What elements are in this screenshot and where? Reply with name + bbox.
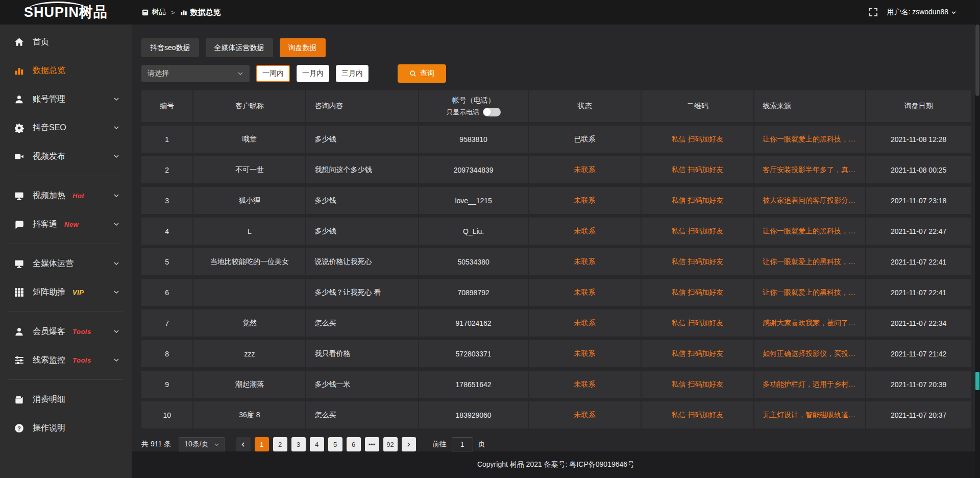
cell-source-link[interactable]: 无主灯设计，智能磁吸轨道灯... [763,411,860,420]
page-button-5[interactable]: 5 [328,437,342,451]
cell-qr-link[interactable]: 私信 扫码加好友 [671,411,723,420]
table-cell: 已联系 [529,126,642,153]
goto-page-input[interactable] [452,437,473,451]
tab-3[interactable]: 询盘数据 [280,38,326,57]
select-placeholder: 请选择 [148,69,169,78]
cell-source-link[interactable]: 让你一眼就爱上的黑科技，能... [763,257,860,267]
cell-qr-link[interactable]: 私信 扫码加好友 [671,319,723,328]
bar-chart-icon [180,9,187,16]
cell-source-link[interactable]: 让你一眼就爱上的黑科技，能... [763,227,860,236]
goto-page-suffix: 页 [478,440,485,449]
sidebar-item-label: 视频发布 [33,151,65,162]
page-button-2[interactable]: 2 [273,437,287,451]
cell-qr-link[interactable]: 私信 扫码加好友 [671,196,723,205]
page-button-6[interactable]: 6 [347,437,361,451]
sidebar-item-3[interactable]: 账号管理 [0,85,132,113]
period-button-1[interactable]: 一周内 [256,65,290,82]
cell-qr-link[interactable]: 私信 扫码加好友 [671,165,723,175]
tab-1[interactable]: 抖音seo数据 [141,38,199,57]
page-button-3[interactable]: 3 [291,437,306,451]
cell-source-link[interactable]: 让你一眼就爱上的黑科技，能... [763,135,860,144]
cell-date: 2021-11-07 22:41 [891,258,947,266]
cell-source-link[interactable]: 多功能护栏灯，适用于乡村文... [763,380,860,389]
cell-qr-link[interactable]: 私信 扫码加好友 [671,227,723,236]
chevron-down-icon [113,289,119,295]
table-cell: zzz [193,340,306,367]
total-count: 共 911 条 [141,440,171,449]
sidebar-item-10[interactable]: 全媒体运营 [0,249,132,278]
sidebar-item-label: 抖音SEO [33,123,66,133]
table-cell: 未联系 [529,340,642,367]
chevron-down-icon [113,221,119,227]
search-button[interactable]: 查询 [398,64,446,83]
cell-source-link[interactable]: 让你一眼就爱上的黑科技，能... [763,288,860,297]
sidebar-item-4[interactable]: 抖音SEO [0,113,132,142]
prev-page-button[interactable] [236,437,251,451]
cell-qr-link[interactable]: 私信 扫码加好友 [671,257,723,267]
cell-qr-link[interactable]: 私信 扫码加好友 [671,135,723,144]
chat-icon [14,220,24,229]
table-cell: 多少钱一米 [306,371,419,398]
breadcrumb-current[interactable]: 数据总览 [180,8,221,17]
table-cell: 未联系 [529,218,642,245]
gear-icon [14,123,24,133]
sidebar-item-14[interactable]: 线索监控Tools [0,346,132,374]
column-header: 帐号（电话）只显示电话 [419,90,529,122]
page-scrollbar[interactable] [975,0,980,478]
period-button-2[interactable]: 一月内 [297,65,329,82]
table-row: 8zzz我只看价格572803371未联系私信 扫码加好友如何正确选择投影仪，买… [141,340,971,367]
period-button-3[interactable]: 三月内 [336,65,369,82]
breadcrumb-root[interactable]: 树品 [142,8,166,17]
sidebar-item-2[interactable]: 数据总览 [0,56,132,85]
cell-nickname: zzz [244,350,255,358]
column-header: 状态 [529,90,642,122]
sidebar-item-16[interactable]: 消费明细 [0,385,132,414]
page-size-select[interactable]: 10条/页 [179,437,225,451]
table-cell: 哦章 [193,126,306,153]
sidebar-item-11[interactable]: 矩阵助推VIP [0,278,132,306]
table-cell: 7 [141,309,193,337]
cell-account: love__1215 [455,197,492,205]
page-button-1[interactable]: 1 [255,437,269,451]
chevron-down-icon [113,125,119,131]
cell-date: 2021-11-07 22:47 [891,227,947,235]
fullscreen-icon[interactable] [869,8,877,16]
column-header: 二维码 [642,90,754,122]
cell-nickname: 狐小狸 [239,196,260,205]
table-cell: 4 [141,218,193,245]
cell-qr-link[interactable]: 私信 扫码加好友 [671,380,723,389]
cell-date: 2021-11-07 20:39 [891,380,947,389]
sidebar-item-13[interactable]: 会员爆客Tools [0,317,132,346]
sidebar-item-5[interactable]: 视频发布 [0,142,132,171]
user-menu[interactable]: 用户名: zswodun88 [887,8,957,17]
next-page-button[interactable] [402,437,416,451]
sidebar-item-7[interactable]: 视频加热Hot [0,181,132,210]
cell-source-link[interactable]: 客厅安装投影半年多了，真实... [763,165,860,175]
page-button-•••[interactable]: ••• [365,437,379,451]
table-cell: 2021-11-08 12:28 [866,126,971,153]
page-button-4[interactable]: 4 [310,437,324,451]
page-button-92[interactable]: 92 [383,437,398,451]
cell-number: 5 [165,258,169,266]
column-header-label: 帐号（电话） [452,96,495,105]
cell-nickname: L [248,227,252,235]
tab-2[interactable]: 全媒体运营数据 [206,38,273,57]
column-header: 客户昵称 [193,90,306,122]
sidebar-item-8[interactable]: 抖客通New [0,210,132,238]
app-window: SHUPIN树品 树品 > 数据总览 用户名: zswodun88 首页数据总览… [0,0,980,478]
table-cell: 183929060 [419,401,529,428]
cell-source-link[interactable]: 如何正确选择投影仪，买投影... [763,349,860,358]
table-cell: 1 [141,126,193,153]
sidebar-item-17[interactable]: ?操作说明 [0,414,132,442]
phone-toggle[interactable] [483,108,501,116]
cell-source-link[interactable]: 感谢大家喜欢我家，被问了好... [763,319,860,328]
table-cell: 让你一眼就爱上的黑科技，能... [754,279,866,306]
cell-qr-link[interactable]: 私信 扫码加好友 [671,288,723,297]
sidebar-item-1[interactable]: 首页 [0,28,132,56]
account-select[interactable]: 请选择 [141,65,250,82]
cell-source-link[interactable]: 被大家追着问的客厅投影分享... [763,196,860,205]
search-icon [409,70,416,77]
scrollbar-thumb[interactable] [975,25,979,96]
video-icon [14,152,24,161]
cell-qr-link[interactable]: 私信 扫码加好友 [671,349,723,358]
